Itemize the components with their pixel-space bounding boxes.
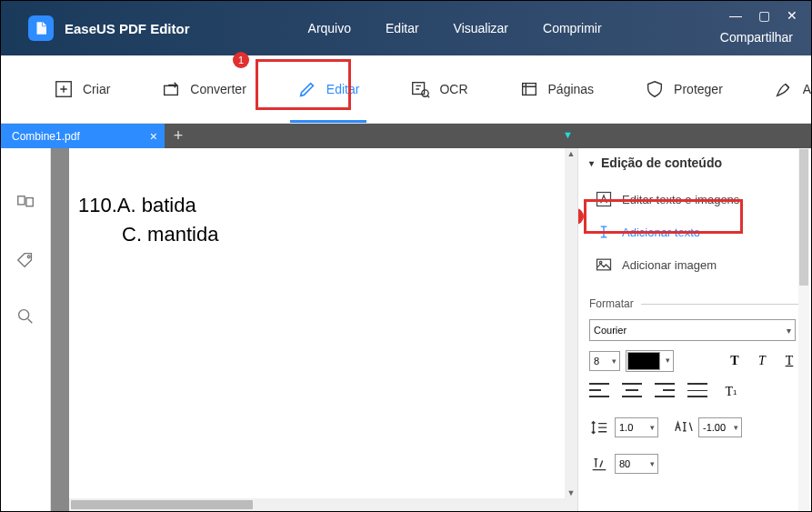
app-logo-icon: [28, 15, 54, 41]
document-tab[interactable]: Combine1.pdf ×: [1, 124, 165, 148]
baseline-value: 80: [619, 458, 630, 469]
menu-edit[interactable]: Editar: [386, 21, 419, 35]
superscript-button[interactable]: T1: [720, 383, 742, 401]
align-center-button[interactable]: [622, 383, 642, 397]
tool-ocr-label: OCR: [439, 82, 467, 96]
baseline-icon: [589, 456, 609, 472]
doc-line-1: 110.A. batida: [78, 194, 568, 217]
document-viewport[interactable]: 110.A. batida C. mantida ▲▼: [69, 148, 577, 511]
chevron-down-icon: ▾: [787, 326, 791, 336]
panel-header[interactable]: ▾ Edição de conteúdo: [589, 156, 800, 170]
horizontal-scrollbar[interactable]: [69, 498, 577, 511]
vertical-scrollbar[interactable]: ▲▼: [565, 148, 577, 498]
format-label: Formatar: [589, 297, 634, 310]
add-image-label: Adicionar imagem: [622, 258, 717, 272]
text-a-icon: [595, 190, 613, 208]
tool-pages-label: Páginas: [548, 82, 595, 96]
format-section: Formatar Courier ▾ 8 T T T T1: [589, 297, 800, 474]
edit-text-images-label: Editar texto e imagens: [622, 193, 739, 206]
text-cursor-icon: [595, 223, 613, 241]
font-color-picker[interactable]: [626, 350, 674, 372]
tab-bar: Combine1.pdf × + ▼: [1, 124, 811, 148]
format-section-title: Formatar: [589, 297, 800, 310]
char-spacing-icon: [673, 419, 693, 436]
image-icon: [595, 256, 613, 274]
menu-file[interactable]: Arquivo: [308, 21, 351, 35]
svg-rect-11: [597, 259, 611, 270]
tool-pages[interactable]: Páginas: [512, 66, 602, 112]
panel-title: Edição de conteúdo: [601, 156, 722, 170]
window-controls: — ▢ ✕: [729, 8, 797, 23]
align-left-button[interactable]: [589, 383, 609, 397]
main-menu: Arquivo Editar Visualizar Comprimir: [308, 21, 602, 35]
tool-protect-label: Proteger: [674, 82, 723, 96]
menu-compress[interactable]: Comprimir: [543, 21, 602, 35]
tool-create[interactable]: Criar: [46, 66, 117, 112]
main-area: 110.A. batida C. mantida ▲▼ ▾ Edição de …: [1, 148, 811, 511]
underline-button[interactable]: T: [778, 352, 800, 370]
tool-ocr[interactable]: OCR: [403, 66, 475, 112]
maximize-icon[interactable]: ▢: [758, 8, 770, 23]
left-sidebar: [1, 148, 51, 511]
tool-convert[interactable]: Converter: [154, 66, 253, 112]
tool-convert-label: Converter: [190, 82, 246, 96]
strike-button[interactable]: [687, 383, 707, 397]
align-row: T1: [589, 383, 800, 401]
search-icon[interactable]: [15, 306, 35, 326]
tool-edit[interactable]: Editar: [290, 66, 367, 112]
toolbar: Criar Converter Editar OCR Páginas Prote…: [1, 55, 811, 124]
bold-button[interactable]: T: [724, 352, 746, 370]
svg-rect-4: [522, 84, 536, 95]
menu-share[interactable]: Compartilhar: [720, 30, 793, 45]
tag-icon[interactable]: [15, 250, 35, 270]
minimize-icon[interactable]: —: [729, 8, 742, 23]
menu-view[interactable]: Visualizar: [454, 21, 508, 35]
tool-create-label: Criar: [83, 82, 110, 96]
line-spacing-icon: [589, 419, 609, 436]
baseline-select[interactable]: 80: [615, 454, 658, 474]
callout-badge-1: 1: [233, 52, 249, 68]
close-icon[interactable]: ✕: [787, 8, 797, 23]
svg-point-3: [422, 90, 428, 96]
font-size-select[interactable]: 8: [589, 351, 620, 371]
tool-protect[interactable]: Proteger: [637, 66, 730, 112]
line-spacing-select[interactable]: 1.0: [615, 417, 658, 437]
tab-add-button[interactable]: +: [165, 124, 192, 148]
color-swatch: [627, 352, 660, 370]
document-content: 110.A. batida C. mantida: [69, 148, 577, 256]
shield-icon: [645, 79, 665, 99]
char-spacing-select[interactable]: -1.00: [698, 417, 742, 437]
svg-rect-7: [26, 198, 33, 206]
callout-badge-2: 2: [577, 208, 584, 225]
add-text-item[interactable]: Adicionar texto: [589, 216, 800, 248]
tool-sign-label: Assinar: [803, 82, 812, 96]
tab-close-icon[interactable]: ×: [150, 129, 157, 144]
font-size-value: 8: [594, 356, 599, 366]
add-image-item[interactable]: Adicionar imagem: [589, 248, 800, 281]
app-logo-wrap: EaseUS PDF Editor: [28, 15, 190, 41]
doc-line-2: C. mantida: [122, 223, 568, 246]
collapse-triangle-icon: ▾: [589, 158, 594, 168]
char-spacing-value: -1.00: [703, 422, 726, 433]
add-text-label: Adicionar texto: [622, 226, 700, 239]
divider: [641, 304, 800, 305]
align-right-button[interactable]: [655, 383, 675, 397]
tool-sign[interactable]: Assinar: [767, 66, 812, 112]
svg-rect-6: [18, 196, 25, 205]
edit-text-images-item[interactable]: Editar texto e imagens: [589, 183, 800, 216]
gutter: [51, 148, 69, 511]
svg-point-9: [19, 310, 29, 320]
title-bar: EaseUS PDF Editor Arquivo Editar Visuali…: [1, 1, 811, 55]
italic-button[interactable]: T: [751, 352, 773, 370]
tab-dropdown-icon[interactable]: ▼: [563, 129, 573, 140]
tab-filename: Combine1.pdf: [12, 130, 80, 143]
right-panel: ▾ Edição de conteúdo Editar texto e imag…: [577, 148, 811, 511]
svg-point-8: [27, 256, 30, 258]
thumbnails-icon[interactable]: [15, 194, 35, 214]
pages-icon: [519, 79, 539, 99]
svg-point-12: [599, 261, 602, 264]
svg-rect-1: [165, 85, 178, 95]
pen-icon: [774, 79, 794, 99]
font-family-select[interactable]: Courier ▾: [589, 319, 796, 341]
app-title: EaseUS PDF Editor: [65, 21, 190, 36]
